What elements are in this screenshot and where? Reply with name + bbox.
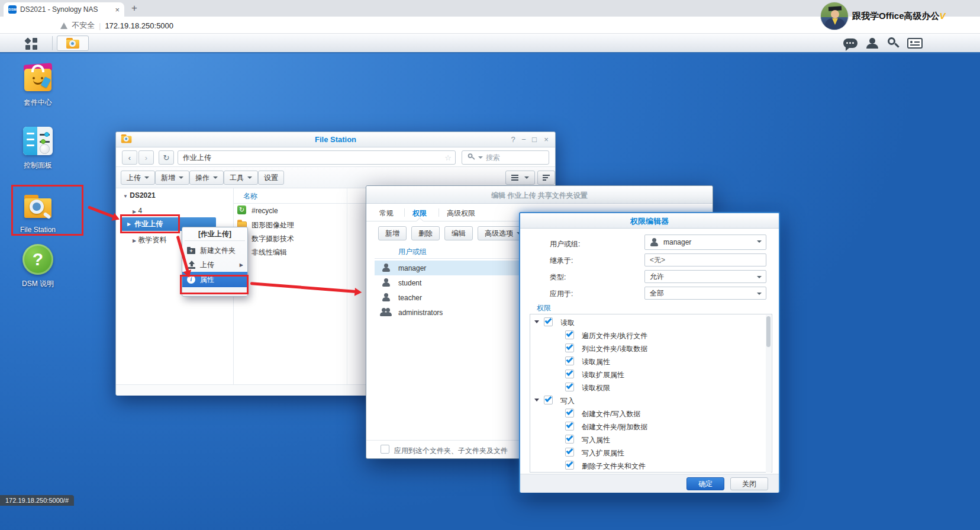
checkbox-checked[interactable] (565, 409, 574, 417)
ok-button[interactable]: 确定 (686, 477, 724, 490)
desktop-icon-control-panel[interactable]: 控制面板 (3, 124, 73, 171)
help-window-icon[interactable]: ? (508, 135, 518, 144)
browser-profile-avatar[interactable] (820, 2, 849, 30)
minimize-icon[interactable]: − (518, 135, 529, 144)
checkbox-checked[interactable] (565, 330, 574, 339)
search-button[interactable] (884, 36, 903, 51)
upload-button[interactable]: 上传 (121, 171, 155, 185)
main-menu-icon (25, 38, 37, 49)
package-center-icon (21, 62, 54, 95)
delete-button[interactable]: 删除 (411, 226, 440, 240)
annotation-box-properties (180, 275, 249, 294)
sort-button[interactable] (537, 171, 555, 185)
search-caret-icon[interactable] (478, 156, 483, 159)
column-header-name[interactable]: 名称 (243, 191, 257, 201)
search-box[interactable]: 搜索 (462, 150, 549, 165)
perm-row[interactable]: 删除子文件夹和文件 (530, 459, 771, 472)
file-row-photography[interactable]: 数字摄影技术 (252, 234, 294, 244)
desktop-icon-dsm-help[interactable]: ? DSM 说明 (3, 243, 73, 289)
perm-row[interactable]: 读取属性 (530, 355, 771, 368)
checkbox-checked[interactable] (544, 396, 553, 404)
close-icon[interactable]: × (541, 135, 552, 144)
forward-button[interactable]: › (138, 150, 154, 165)
perm-row[interactable]: 列出文件夹/读取数据 (530, 342, 771, 355)
file-row-editing[interactable]: 非线性编辑 (252, 248, 287, 258)
perm-group-row-read[interactable]: 读取 (530, 316, 771, 329)
search-icon (468, 153, 473, 160)
collapse-arrow-icon[interactable]: ▼ (123, 194, 128, 199)
checkbox-checked[interactable] (565, 422, 574, 431)
notifications-button[interactable] (840, 36, 860, 51)
edit-button[interactable]: 编辑 (444, 226, 473, 240)
checkbox-checked[interactable] (565, 343, 574, 352)
menu-item-upload[interactable]: 上传 ▶ (182, 258, 247, 272)
window-titlebar[interactable]: File Station ? − □ × (116, 132, 555, 147)
main-menu-button[interactable] (13, 36, 49, 51)
collapse-arrow-icon[interactable] (534, 399, 539, 401)
close-button[interactable]: 关闭 (730, 477, 768, 490)
user-group-dropdown[interactable]: manager (644, 235, 766, 250)
create-button[interactable]: 新增 (155, 171, 189, 185)
settings-button[interactable]: 设置 (258, 171, 284, 185)
expand-arrow-icon[interactable]: ▶ (133, 238, 136, 243)
list-view-icon (511, 174, 518, 182)
apply-to-dropdown[interactable]: 全部 (644, 287, 766, 300)
maximize-icon[interactable]: □ (529, 135, 540, 144)
user-options-button[interactable] (863, 36, 882, 51)
file-row-recycle[interactable]: ↻ #recycle (252, 207, 278, 215)
taskbar-file-station-button[interactable] (57, 36, 89, 51)
tree-item-4[interactable]: ▶ 4 (133, 207, 142, 215)
chat-bubble-icon (843, 38, 858, 48)
back-button[interactable]: ‹ (122, 150, 137, 165)
perm-group-row-write[interactable]: 写入 (530, 394, 771, 407)
type-dropdown[interactable]: 允许 (644, 270, 766, 283)
browser-tab[interactable]: DSM DS2021 - Synology NAS × (4, 2, 124, 17)
checkbox-checked[interactable] (565, 448, 574, 457)
favorite-star-icon[interactable]: ☆ (444, 153, 452, 162)
perm-row[interactable]: 读取权限 (530, 381, 771, 394)
dialog-titlebar[interactable]: 权限编辑器 (520, 213, 779, 229)
perm-row[interactable]: 创建文件夹/附加数据 (530, 420, 771, 433)
refresh-button[interactable]: ↻ (159, 150, 174, 165)
view-mode-button[interactable] (505, 171, 535, 185)
perm-row[interactable]: 写入扩展属性 (530, 446, 771, 459)
perm-row[interactable]: 写入属性 (530, 433, 771, 446)
file-station-icon (66, 38, 80, 49)
checkbox-checked[interactable] (565, 383, 574, 391)
action-button[interactable]: 操作 (189, 171, 224, 185)
tools-button[interactable]: 工具 (224, 171, 258, 185)
column-divider (347, 188, 347, 384)
sort-icon (543, 174, 550, 182)
checkbox-checked[interactable] (565, 356, 574, 365)
expand-arrow-icon[interactable]: ▶ (133, 209, 136, 214)
collapse-arrow-icon[interactable] (534, 320, 539, 323)
dialog-titlebar[interactable]: 编辑 作业上传 共享文件夹设置 (366, 186, 713, 204)
checkbox-checked[interactable] (565, 435, 574, 444)
tab-advanced-permissions[interactable]: 高级权限 (447, 208, 475, 219)
widgets-button[interactable] (904, 36, 926, 51)
checkbox-checked[interactable] (565, 370, 574, 378)
tree-root[interactable]: ▼ DS2021 (123, 191, 156, 200)
taskbar-divider (52, 36, 53, 50)
perm-row[interactable]: 读取扩展属性 (530, 368, 771, 381)
apply-to-subfolders-label: 应用到这个文件夹、子文件夹及文件 (394, 446, 508, 456)
tree-item-teaching-material[interactable]: ▶ 教学资料 (133, 235, 167, 245)
tab-close-icon[interactable]: × (115, 5, 120, 14)
user-group-column-header[interactable]: 用户或组 (398, 247, 427, 257)
apply-to-subfolders-checkbox[interactable] (381, 445, 389, 454)
tab-general[interactable]: 常规 (379, 208, 394, 219)
checkbox-checked[interactable] (565, 461, 574, 470)
dsm-taskbar (0, 34, 980, 53)
file-row-graphics[interactable]: 图形图像处理 (252, 220, 294, 230)
dropdown-caret-icon (757, 293, 762, 295)
type-field-label: 类型: (550, 272, 566, 282)
address-bar[interactable]: 不安全 | 172.19.18.250:5000 (60, 20, 173, 31)
desktop-icon-package-center[interactable]: 套件中心 (3, 62, 73, 108)
perm-row[interactable]: 遍历文件夹/执行文件 (530, 329, 771, 342)
add-button[interactable]: 新增 (378, 226, 407, 240)
checkbox-checked[interactable] (544, 317, 553, 326)
path-field[interactable]: 作业上传 ☆ (178, 150, 456, 165)
new-tab-button[interactable]: + (131, 2, 137, 14)
perm-row[interactable]: 创建文件/写入数据 (530, 407, 771, 420)
menu-item-new-folder[interactable]: + 新建文件夹 (182, 243, 247, 258)
